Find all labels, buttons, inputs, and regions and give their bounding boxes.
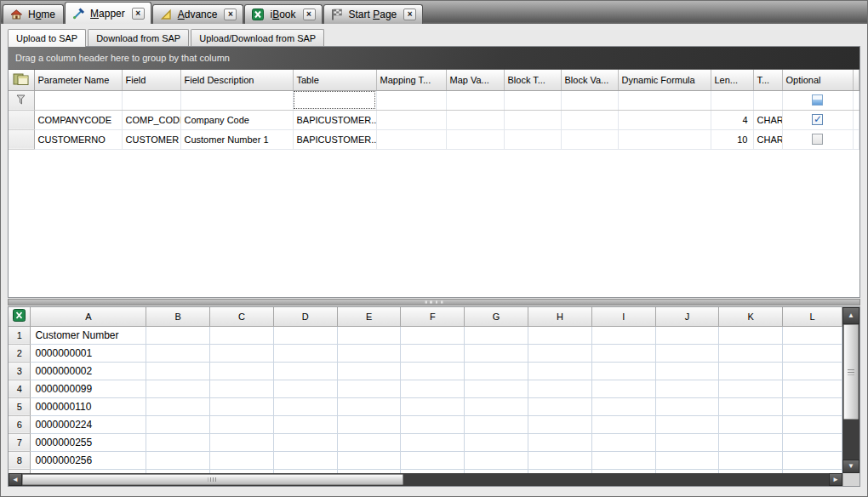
sheet-cell-h1[interactable] xyxy=(528,326,592,344)
column-header-parameter-name[interactable]: Parameter Name xyxy=(34,70,122,90)
grid-cell-table[interactable]: BAPICUSTOMER... xyxy=(293,129,376,149)
sheet-cell-h3[interactable] xyxy=(528,362,592,380)
sheet-cell-c4[interactable] xyxy=(210,380,274,397)
column-header-block-va[interactable]: Block Va... xyxy=(561,70,618,90)
sheet-cell-j2[interactable] xyxy=(655,344,719,362)
column-header-field-description[interactable]: Field Description xyxy=(180,70,293,90)
sheet-cell-i4[interactable] xyxy=(591,380,655,397)
sheet-cell-g3[interactable] xyxy=(465,362,528,380)
row-number[interactable]: 6 xyxy=(9,415,31,433)
sheet-cell-e7[interactable] xyxy=(337,433,401,451)
sheet-cell-g6[interactable] xyxy=(465,415,528,433)
sheet-cell-e5[interactable] xyxy=(337,397,401,415)
sheet-cell-i3[interactable] xyxy=(591,362,655,380)
scroll-down-icon[interactable]: ▼ xyxy=(842,460,859,473)
column-header-map-va[interactable]: Map Va... xyxy=(446,70,504,90)
sheet-cell-j6[interactable] xyxy=(655,415,719,433)
sheet-cell-h2[interactable] xyxy=(528,344,592,362)
horizontal-splitter[interactable] xyxy=(8,299,860,306)
filter-cell-block-t[interactable] xyxy=(504,90,561,110)
sheet-column-header-g[interactable]: G xyxy=(465,307,528,326)
sheet-cell-a4[interactable]: 0000000099 xyxy=(31,380,146,397)
column-header-table[interactable]: Table xyxy=(293,70,376,90)
grid-cell-parameter-name[interactable]: COMPANYCODE xyxy=(34,110,122,129)
sheet-cell-d2[interactable] xyxy=(273,344,337,362)
sheet-cell-k8[interactable] xyxy=(719,451,783,469)
filter-cell-field[interactable] xyxy=(122,90,180,110)
filter-cell-map-va[interactable] xyxy=(446,90,504,110)
vertical-scroll-thumb[interactable] xyxy=(843,324,859,420)
sheet-cell-f1[interactable] xyxy=(401,326,465,344)
sheet-column-header-h[interactable]: H xyxy=(528,307,592,326)
doc-tab-startpage[interactable]: Start Page× xyxy=(323,4,424,24)
sheet-cell-l6[interactable] xyxy=(783,415,842,433)
sheet-cell-h5[interactable] xyxy=(528,397,592,415)
sheet-cell-a5[interactable]: 0000000110 xyxy=(31,397,146,415)
sheet-cell-i7[interactable] xyxy=(591,433,655,451)
sheet-column-header-j[interactable]: J xyxy=(655,307,719,326)
sheet-cell-d8[interactable] xyxy=(273,451,337,469)
grid-cell-t[interactable]: CHAR xyxy=(753,129,782,149)
sheet-cell-f3[interactable] xyxy=(401,362,465,380)
sheet-cell-d7[interactable] xyxy=(273,433,337,451)
sheet-cell-l4[interactable] xyxy=(783,380,842,397)
sheet-cell-i6[interactable] xyxy=(591,415,655,433)
filter-cell-len[interactable] xyxy=(711,90,753,110)
filter-cell-t[interactable] xyxy=(753,90,782,110)
sheet-cell-c1[interactable] xyxy=(210,326,274,344)
row-number[interactable]: 7 xyxy=(9,433,31,451)
sheet-cell-i8[interactable] xyxy=(591,451,655,469)
doc-tab-home[interactable]: Home xyxy=(3,4,64,24)
sheet-cell-d6[interactable] xyxy=(273,415,337,433)
grid-cell-t[interactable]: CHAR xyxy=(753,110,782,129)
sheet-cell-a1[interactable]: Customer Number xyxy=(31,326,146,344)
sub-tab-download-from-sap[interactable]: Download from SAP xyxy=(88,29,189,46)
sheet-cell-l7[interactable] xyxy=(783,433,842,451)
sheet-cell-c3[interactable] xyxy=(210,362,274,380)
sheet-cell-j1[interactable] xyxy=(655,326,719,344)
grid-options-icon[interactable] xyxy=(13,77,29,88)
sheet-cell-l8[interactable] xyxy=(783,451,842,469)
sheet-cell-k5[interactable] xyxy=(719,397,783,415)
sheet-cell-c2[interactable] xyxy=(210,344,274,362)
sheet-cell-d5[interactable] xyxy=(273,397,337,415)
sheet-column-header-f[interactable]: F xyxy=(401,307,465,326)
sheet-cell-d3[interactable] xyxy=(273,362,337,380)
sheet-column-header-c[interactable]: C xyxy=(210,307,274,326)
grid-cell-parameter-name[interactable]: CUSTOMERNO xyxy=(34,129,122,149)
sheet-cell-a7[interactable]: 0000000255 xyxy=(31,433,146,451)
sheet-cell-f2[interactable] xyxy=(401,344,465,362)
column-header-block-t[interactable]: Block T... xyxy=(504,70,561,90)
sheet-cell-j5[interactable] xyxy=(655,397,719,415)
sheet-cell-g2[interactable] xyxy=(465,344,528,362)
sub-tab-upload-to-sap[interactable]: Upload to SAP xyxy=(8,29,86,47)
vertical-scrollbar[interactable]: ▲ ▼ xyxy=(842,307,859,473)
close-icon[interactable]: × xyxy=(132,8,145,20)
sheet-cell-b5[interactable] xyxy=(146,397,210,415)
sheet-cell-i1[interactable] xyxy=(591,326,655,344)
sheet-cell-h4[interactable] xyxy=(528,380,592,397)
row-indicator[interactable] xyxy=(9,129,34,149)
close-icon[interactable]: × xyxy=(403,9,416,20)
filter-cell-table[interactable] xyxy=(293,90,376,110)
horizontal-scroll-thumb[interactable] xyxy=(22,474,403,485)
close-icon[interactable]: × xyxy=(303,9,316,20)
sheet-cell-c5[interactable] xyxy=(210,397,274,415)
sheet-cell-h8[interactable] xyxy=(528,451,592,469)
sheet-column-header-l[interactable]: L xyxy=(783,307,842,326)
sheet-cell-l3[interactable] xyxy=(783,362,842,380)
grid-cell-map-va[interactable] xyxy=(446,129,504,149)
filter-cell-optional[interactable] xyxy=(782,90,853,110)
sheet-cell-k3[interactable] xyxy=(719,362,783,380)
grid-cell-map-va[interactable] xyxy=(446,110,504,129)
grid-cell-field[interactable]: COMP_CODE xyxy=(122,110,180,129)
horizontal-scroll-track[interactable] xyxy=(403,473,829,486)
sheet-cell-e4[interactable] xyxy=(337,380,401,397)
sheet-cell-k4[interactable] xyxy=(719,380,783,397)
sheet-cell-f8[interactable] xyxy=(401,451,465,469)
sheet-cell-h7[interactable] xyxy=(528,433,592,451)
filter-cell-block-va[interactable] xyxy=(561,90,618,110)
vertical-scroll-track[interactable] xyxy=(842,420,859,460)
grid-cell-dynamic-formula[interactable] xyxy=(618,110,711,129)
row-number[interactable]: 4 xyxy=(9,380,31,397)
